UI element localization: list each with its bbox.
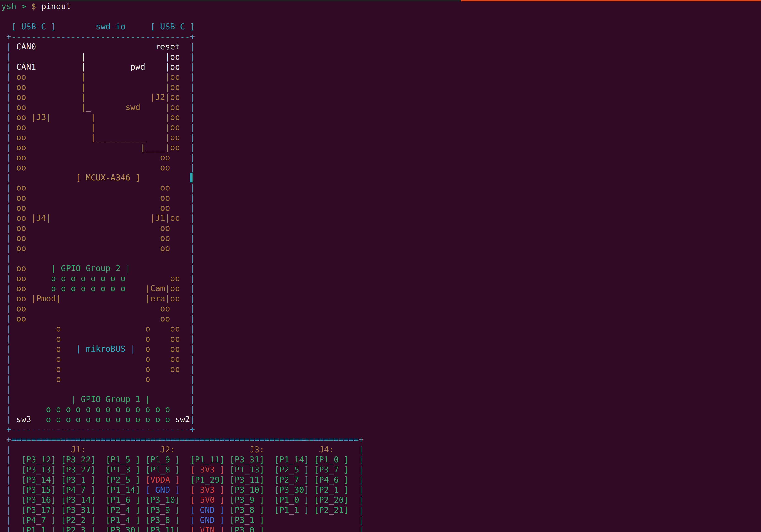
terminal-line: | [P3_17] [P3_31] [P2_4 ] [P3_9 ] [ GND … — [1, 505, 761, 515]
terminal-text-segment: | — [190, 294, 195, 303]
terminal-text-segment: | — [1, 384, 11, 394]
terminal-line: | | |oo | — [1, 52, 761, 62]
terminal-text-segment: | — [1, 193, 11, 203]
terminal-text-segment: oo |J4| |J1|oo — [11, 213, 190, 222]
terminal-text-segment: oo oo — [11, 153, 190, 162]
terminal-text-segment: | — [190, 284, 195, 293]
terminal-text-segment: | — [190, 233, 195, 243]
terminal-text-segment: | — [1, 334, 11, 343]
terminal-line — [1, 12, 761, 22]
terminal-line: | CAN0 reset | — [1, 42, 761, 52]
terminal-text-segment: | — [1, 183, 11, 192]
terminal-line: | o o oo | — [1, 334, 761, 344]
terminal-text-segment: sw2 — [175, 415, 190, 424]
terminal-text-segment: | — [190, 143, 195, 152]
terminal-text-segment: [P3_0 ] — [225, 525, 359, 532]
terminal-line: | o o o o o o o o o o o o o | — [1, 404, 761, 414]
terminal-text-segment: | — [1, 173, 11, 182]
terminal-line: | oo |J3| | |oo | — [1, 112, 761, 122]
terminal-line: | oo | GPIO Group 2 | | — [1, 263, 761, 273]
terminal-text-segment: GND — [200, 515, 215, 525]
terminal-text-segment: | — [359, 455, 364, 464]
terminal-text-segment: [P3_10] [P3_30] [P2_1 ] — [225, 485, 359, 495]
terminal-text-segment: [ 5V0 ] — [190, 495, 225, 504]
terminal-text-segment: [P1_1 ] [P2_3 ] [P3_30] [P3_11] — [11, 525, 190, 532]
terminal-text-segment: oo oo — [11, 193, 190, 203]
terminal-text-segment: | — [1, 52, 11, 61]
terminal-text-segment: | — [1, 505, 11, 515]
terminal-text-segment: J1: J2: J3: J4: — [11, 445, 359, 454]
terminal-text-segment: $ — [31, 2, 41, 11]
terminal-text-segment: | — [190, 213, 195, 222]
terminal-text-segment — [31, 415, 46, 424]
terminal-text-segment: oo | |oo — [11, 82, 190, 91]
terminal-text-segment: | — [190, 354, 195, 364]
terminal-line: | oo o o o o o o o o oo | — [1, 273, 761, 283]
terminal-text-segment: | — [190, 203, 195, 212]
terminal-line: | | GPIO Group 1 | | — [1, 394, 761, 404]
terminal-text-segment: | — [1, 304, 11, 313]
terminal-text-segment: | |oo — [11, 52, 190, 61]
terminal-text-segment: | — [190, 314, 195, 323]
terminal-text-segment: [P3_1 ] — [225, 515, 359, 525]
terminal-text-segment — [131, 264, 190, 273]
terminal-text-segment: | — [1, 153, 11, 162]
terminal-text-segment: | — [1, 515, 11, 525]
terminal-text-segment: [ MCUX-A346 ] — [11, 173, 190, 182]
terminal-text-segment: | — [1, 324, 11, 333]
terminal-text-segment: | — [190, 243, 195, 253]
terminal-text-segment: | — [1, 133, 11, 142]
terminal-text-segment: o o o o o o o o o o o o o — [46, 415, 170, 424]
terminal-text-segment: oo | |J2|oo — [11, 92, 190, 102]
terminal-text-segment: oo |_ swd |oo — [11, 102, 190, 112]
terminal-text-segment: [P1_29] [P3_11] [P2_7 ] [P4_6 ] — [180, 475, 359, 484]
terminal-text-segment: | — [359, 515, 364, 525]
terminal-line: | oo |_ swd |oo | — [1, 102, 761, 112]
terminal-cursor: ▌ — [190, 173, 195, 182]
terminal-text-segment: o o o o o o o o — [51, 273, 126, 283]
terminal-line: | oo | |J2|oo | — [1, 92, 761, 102]
terminal-text-segment: [P3_16] [P3_14] [P1_6 ] [P3_10] — [11, 495, 190, 504]
terminal-text-segment: [ 3V3 ] — [190, 485, 225, 495]
terminal-text-segment — [11, 404, 46, 414]
terminal-text-segment: [P3_17] [P3_31] [P2_4 ] [P3_9 ] — [11, 505, 190, 515]
terminal-line: | o | mikroBUS | o oo | — [1, 344, 761, 354]
terminal-text-segment: ysh > — [1, 2, 31, 11]
terminal-text-segment: | — [190, 304, 195, 313]
terminal-text-segment: o o — [11, 374, 190, 384]
terminal-text-segment: o o oo — [11, 324, 190, 333]
terminal-text-segment: CAN1 | pwd |oo — [11, 62, 190, 71]
terminal-text-segment: | — [1, 82, 11, 91]
terminal-text-segment: oo oo — [11, 233, 190, 243]
terminal-text-segment: | — [359, 485, 364, 495]
terminal-text-segment: +=======================================… — [1, 435, 364, 444]
terminal-text-segment: | — [190, 112, 195, 122]
terminal-text-segment: | — [1, 475, 11, 484]
terminal-line: [ USB-C ] swd-io [ USB-C ] — [1, 22, 761, 31]
terminal-text-segment: o o oo — [11, 364, 190, 374]
terminal-text-segment: o — [11, 344, 76, 353]
terminal-text-segment: [P3_8 ] [P1_1 ] [P2_21] — [225, 505, 359, 515]
terminal-text-segment: | — [359, 445, 364, 454]
terminal-line: | o o | — [1, 374, 761, 384]
terminal-text-segment: oo | |oo — [11, 122, 190, 132]
terminal-text-segment: | — [1, 264, 11, 273]
terminal-text-segment: | — [1, 223, 11, 233]
terminal-text-segment — [11, 384, 190, 394]
terminal-text-segment: [P3_13] [P3_27] [P1_3 ] [P1_8 ] — [11, 465, 190, 474]
terminal-text-segment: oo |J3| | |oo — [11, 112, 190, 122]
terminal-line: | oo oo | — [1, 152, 761, 162]
terminal-text-segment: | mikroBUS | — [76, 344, 135, 353]
terminal-text-segment: | — [1, 314, 11, 323]
terminal-line: | [P3_12] [P3_22] [P1_5 ] [P1_9 ] [P1_11… — [1, 455, 761, 465]
terminal-text-segment: | — [1, 525, 11, 532]
terminal-text-segment: [ 3V3 ] — [190, 465, 225, 474]
terminal-text-segment: | — [190, 153, 195, 162]
terminal-text-segment: o o o o o o o o o o o o o — [46, 404, 170, 414]
terminal-text-segment: | — [190, 133, 195, 142]
terminal-line: | o o oo | — [1, 324, 761, 334]
terminal-text-segment: | — [190, 254, 195, 263]
terminal-text-segment: | — [190, 394, 195, 404]
terminal-line: | | — [1, 253, 761, 263]
terminal-text-segment: [P4_7 ] [P2_2 ] [P1_4 ] [P3_8 ] — [11, 515, 190, 525]
